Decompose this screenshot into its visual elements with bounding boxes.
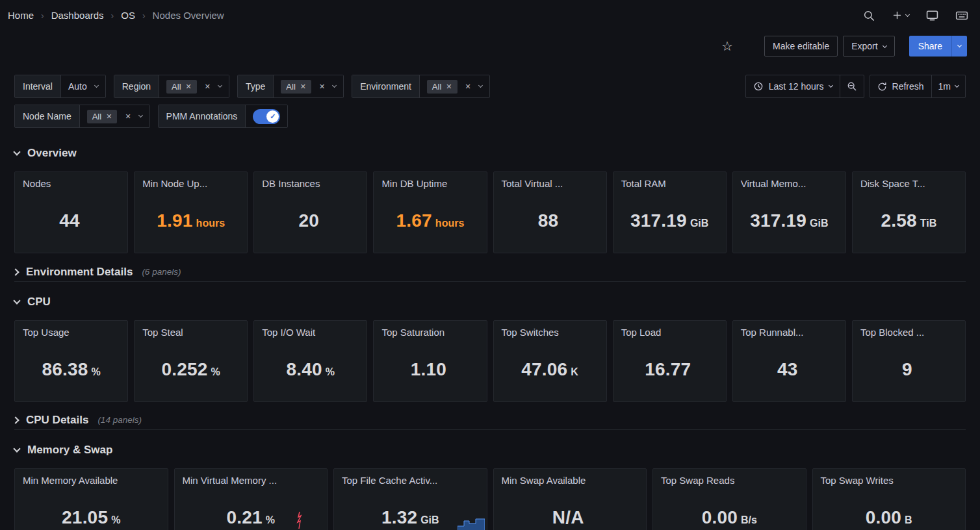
stat-panel-disk-space: Disk Space T... 2.58TiB xyxy=(852,171,966,253)
stat-panel-db-instances: DB Instances 20 xyxy=(253,171,367,253)
panel-value: 88 xyxy=(494,189,606,253)
stat-panel-top-load: Top Load 16.77 xyxy=(613,320,727,402)
stat-panel-min-swap-available: Min Swap Available N/A xyxy=(493,468,647,530)
clear-all-icon[interactable]: ✕ xyxy=(465,83,471,90)
panel-value: 21.05% xyxy=(15,486,168,530)
chevron-right-icon xyxy=(12,268,19,275)
environment-filter-label: Environment xyxy=(352,75,420,97)
chevron-down-icon xyxy=(13,148,20,155)
search-icon[interactable] xyxy=(863,10,875,21)
stat-panel-top-saturation: Top Saturation 1.10 xyxy=(373,320,487,402)
refresh-button[interactable]: Refresh xyxy=(870,75,931,97)
region-selected-chip[interactable]: All ✕ xyxy=(166,80,197,94)
panel-title[interactable]: Top Switches xyxy=(494,321,606,338)
filter-row-2: Node Name All ✕ ✕ PMM Annotations ✓ xyxy=(14,105,966,128)
remove-value-icon[interactable]: ✕ xyxy=(300,83,306,90)
panel-title[interactable]: Min Virtual Memory ... xyxy=(175,469,328,486)
panel-title[interactable]: Top Load xyxy=(613,321,726,338)
panel-title[interactable]: Min DB Uptime xyxy=(374,172,486,189)
panel-title[interactable]: Min Swap Available xyxy=(494,469,647,486)
type-selected-chip[interactable]: All ✕ xyxy=(281,80,311,94)
chevron-down-icon[interactable] xyxy=(218,83,222,88)
panel-title[interactable]: Top I/O Wait xyxy=(254,321,367,338)
refresh-interval-button[interactable]: 1m xyxy=(931,75,965,97)
time-range-button[interactable]: Last 12 hours xyxy=(746,75,840,97)
panel-title[interactable]: Top Steal xyxy=(135,321,247,338)
stat-panel-top-switches: Top Switches 47.06K xyxy=(493,320,607,402)
panel-value: 0.21% xyxy=(175,486,328,530)
panel-title[interactable]: Total RAM xyxy=(613,172,726,189)
stat-panel-top-blocked: Top Blocked ... 9 xyxy=(852,320,966,402)
stat-panel-total-ram: Total RAM 317.19GiB xyxy=(613,171,727,253)
panel-title[interactable]: Nodes xyxy=(15,172,127,189)
panel-title[interactable]: Min Memory Available xyxy=(15,469,168,486)
panel-value: 0.00B/s xyxy=(653,486,806,530)
panel-title[interactable]: Top Swap Reads xyxy=(653,469,806,486)
panel-title[interactable]: DB Instances xyxy=(254,172,367,189)
node-name-selected-chip[interactable]: All ✕ xyxy=(87,110,118,123)
pmm-annotations-toggle[interactable]: ✓ xyxy=(253,109,280,124)
chevron-down-icon[interactable] xyxy=(478,83,483,88)
section-title: CPU xyxy=(27,296,51,309)
interval-select[interactable]: Auto xyxy=(61,75,105,97)
region-select[interactable]: All ✕ ✕ xyxy=(159,75,229,97)
panel-title[interactable]: Top Blocked ... xyxy=(853,321,965,338)
time-controls: Last 12 hours Refresh 1m xyxy=(745,75,966,98)
chevron-down-icon[interactable] xyxy=(332,83,337,88)
node-name-filter: Node Name All ✕ ✕ xyxy=(14,105,150,128)
panel-title[interactable]: Total Virtual ... xyxy=(494,172,606,189)
panel-value: 47.06K xyxy=(494,338,606,401)
remove-value-icon[interactable]: ✕ xyxy=(446,83,452,90)
node-name-select[interactable]: All ✕ ✕ xyxy=(80,105,149,127)
panel-title[interactable]: Top File Cache Activ... xyxy=(334,469,487,486)
panel-title[interactable]: Top Swap Writes xyxy=(813,469,966,486)
add-new-button[interactable] xyxy=(892,10,909,21)
make-editable-button[interactable]: Make editable xyxy=(764,36,838,57)
refresh-label: Refresh xyxy=(892,81,924,92)
share-button[interactable]: Share xyxy=(909,36,951,57)
favorite-star-icon[interactable]: ☆ xyxy=(721,40,733,53)
monitor-icon[interactable] xyxy=(926,9,938,21)
share-dropdown-button[interactable] xyxy=(951,36,967,57)
export-button[interactable]: Export xyxy=(843,36,894,57)
clear-all-icon[interactable]: ✕ xyxy=(125,113,131,120)
section-memory-swap-header[interactable]: Memory & Swap xyxy=(14,440,966,460)
environment-select[interactable]: All ✕ ✕ xyxy=(420,75,489,97)
panel-value: 8.40% xyxy=(254,338,367,401)
section-environment-details-header[interactable]: Environment Details (6 panels) xyxy=(14,262,966,282)
type-filter: Type All ✕ ✕ xyxy=(237,75,344,98)
environment-selected-chip[interactable]: All ✕ xyxy=(427,80,458,94)
remove-value-icon[interactable]: ✕ xyxy=(186,83,192,90)
keyboard-icon[interactable] xyxy=(955,9,968,22)
breadcrumb-dashboards[interactable]: Dashboards xyxy=(51,10,104,21)
breadcrumb-home[interactable]: Home xyxy=(8,10,34,21)
section-cpu-header[interactable]: CPU xyxy=(14,292,966,312)
panel-value: 317.19GiB xyxy=(613,189,726,253)
interval-selected-value: Auto xyxy=(68,81,87,92)
panel-title[interactable]: Disk Space T... xyxy=(853,172,965,189)
chevron-down-icon xyxy=(94,83,99,88)
stat-panel-top-file-cache: Top File Cache Activ... 1.32GiB xyxy=(333,468,487,530)
panel-title[interactable]: Top Runnabl... xyxy=(733,321,845,338)
breadcrumb-folder-os[interactable]: OS xyxy=(121,10,135,21)
clear-all-icon[interactable]: ✕ xyxy=(319,83,325,90)
type-select[interactable]: All ✕ ✕ xyxy=(274,75,343,97)
clock-icon xyxy=(753,81,764,92)
panel-title[interactable]: Virtual Memo... xyxy=(733,172,845,189)
panel-title[interactable]: Min Node Up... xyxy=(135,172,247,189)
section-overview-header[interactable]: Overview xyxy=(14,144,966,163)
chevron-down-icon[interactable] xyxy=(138,113,143,118)
panel-title[interactable]: Top Usage xyxy=(15,321,127,338)
remove-value-icon[interactable]: ✕ xyxy=(106,113,112,120)
panel-title[interactable]: Top Saturation xyxy=(374,321,486,338)
clear-all-icon[interactable]: ✕ xyxy=(205,83,211,90)
section-panel-count: (14 panels) xyxy=(97,415,142,425)
section-title: CPU Details xyxy=(26,414,88,427)
environment-filter: Environment All ✕ ✕ xyxy=(352,75,489,98)
pmm-annotations-label: PMM Annotations xyxy=(159,105,246,127)
chevron-right-icon xyxy=(12,416,19,423)
chevron-down-icon xyxy=(957,43,962,47)
section-cpu-details-header[interactable]: CPU Details (14 panels) xyxy=(14,410,966,430)
panel-value: 1.91hours xyxy=(135,189,247,253)
zoom-out-icon[interactable] xyxy=(840,75,864,97)
